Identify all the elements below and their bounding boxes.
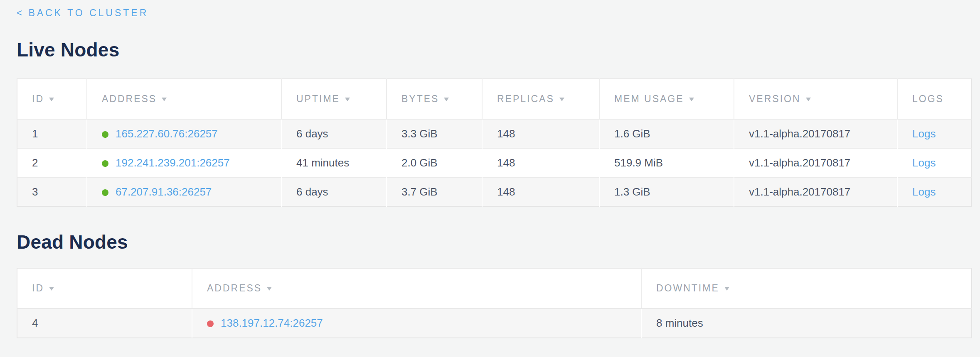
node-address-link[interactable]: 138.197.12.74:26257 xyxy=(221,317,323,329)
cell-uptime: 41 minutes xyxy=(281,148,387,177)
column-header-id[interactable]: ID xyxy=(17,268,192,308)
cell-node-id: 1 xyxy=(17,119,87,148)
live-status-dot-icon xyxy=(102,131,108,138)
node-address-link[interactable]: 165.227.60.76:26257 xyxy=(116,127,218,140)
column-header-id[interactable]: ID xyxy=(17,79,87,119)
live-status-dot-icon xyxy=(102,189,108,196)
sort-arrow-icon xyxy=(267,287,272,291)
column-header-label: LOGS xyxy=(912,93,944,104)
cell-bytes: 3.3 GiB xyxy=(387,119,482,148)
cell-node-id: 4 xyxy=(17,308,192,338)
cell-replicas: 148 xyxy=(482,177,599,206)
cell-logs: Logs xyxy=(897,119,971,148)
live-nodes-header-row: ID ADDRESS UPTIME BYTES REPLICAS MEM USA… xyxy=(17,79,971,119)
cell-node-address: 192.241.239.201:26257 xyxy=(87,148,281,177)
back-to-cluster-label: BACK TO CLUSTER xyxy=(28,7,148,18)
column-header-label: UPTIME xyxy=(296,93,340,104)
back-to-cluster-link[interactable]: <BACK TO CLUSTER xyxy=(17,7,148,19)
cell-logs: Logs xyxy=(897,177,971,206)
dead-status-dot-icon xyxy=(207,320,214,327)
table-row: 2 192.241.239.201:26257 41 minutes 2.0 G… xyxy=(17,148,971,177)
cell-node-address: 67.207.91.36:26257 xyxy=(87,177,281,206)
cell-mem-usage: 1.3 GiB xyxy=(599,177,734,206)
cell-bytes: 2.0 GiB xyxy=(387,148,482,177)
cell-version: v1.1-alpha.20170817 xyxy=(734,148,897,177)
column-header-label: BYTES xyxy=(401,93,439,104)
nodes-overview-page: <BACK TO CLUSTER Live Nodes ID ADDRESS U… xyxy=(0,0,980,338)
table-row: 1 165.227.60.76:26257 6 days 3.3 GiB 148… xyxy=(17,119,971,148)
column-header-logs: LOGS xyxy=(897,79,971,119)
sort-arrow-icon xyxy=(559,98,564,101)
column-header-label: ID xyxy=(32,283,44,293)
table-row: 3 67.207.91.36:26257 6 days 3.7 GiB 148 … xyxy=(17,177,971,206)
cell-version: v1.1-alpha.20170817 xyxy=(734,177,897,206)
column-header-label: REPLICAS xyxy=(497,93,554,104)
back-chevron-icon: < xyxy=(17,7,24,18)
column-header-downtime[interactable]: DOWNTIME xyxy=(641,268,972,308)
cell-replicas: 148 xyxy=(482,119,599,148)
cell-mem-usage: 1.6 GiB xyxy=(599,119,734,148)
cell-node-address: 165.227.60.76:26257 xyxy=(87,119,281,148)
column-header-replicas[interactable]: REPLICAS xyxy=(482,79,599,119)
column-header-label: ID xyxy=(32,93,44,104)
cell-node-address: 138.197.12.74:26257 xyxy=(192,308,641,338)
cell-downtime: 8 minutes xyxy=(641,308,972,338)
cell-mem-usage: 519.9 MiB xyxy=(599,148,734,177)
column-header-label: MEM USAGE xyxy=(614,93,684,104)
table-row: 4 138.197.12.74:26257 8 minutes xyxy=(17,308,972,338)
column-header-label: ADDRESS xyxy=(207,283,262,293)
cell-replicas: 148 xyxy=(482,148,599,177)
sort-arrow-icon xyxy=(49,98,54,101)
sort-arrow-icon xyxy=(345,98,350,101)
cell-bytes: 3.7 GiB xyxy=(387,177,482,206)
sort-arrow-icon xyxy=(49,287,54,291)
logs-link[interactable]: Logs xyxy=(912,186,936,198)
live-nodes-title: Live Nodes xyxy=(17,38,971,61)
column-header-bytes[interactable]: BYTES xyxy=(387,79,482,119)
sort-arrow-icon xyxy=(689,98,694,101)
logs-link[interactable]: Logs xyxy=(912,156,936,169)
sort-arrow-icon xyxy=(724,287,729,291)
cell-uptime: 6 days xyxy=(281,177,387,206)
column-header-uptime[interactable]: UPTIME xyxy=(281,79,387,119)
live-nodes-table: ID ADDRESS UPTIME BYTES REPLICAS MEM USA… xyxy=(17,78,972,207)
column-header-label: VERSION xyxy=(749,93,801,104)
live-status-dot-icon xyxy=(102,160,108,167)
dead-nodes-header-row: ID ADDRESS DOWNTIME xyxy=(17,268,972,308)
cell-version: v1.1-alpha.20170817 xyxy=(734,119,897,148)
dead-nodes-title: Dead Nodes xyxy=(17,230,971,254)
cell-logs: Logs xyxy=(897,148,971,177)
logs-link[interactable]: Logs xyxy=(912,127,936,140)
column-header-version[interactable]: VERSION xyxy=(734,79,897,119)
node-address-link[interactable]: 192.241.239.201:26257 xyxy=(116,156,230,169)
cell-node-id: 2 xyxy=(17,148,87,177)
column-header-label: ADDRESS xyxy=(102,93,157,104)
column-header-mem-usage[interactable]: MEM USAGE xyxy=(599,79,734,119)
dead-nodes-table: ID ADDRESS DOWNTIME 4 138.197.12.74:2625… xyxy=(17,268,972,338)
sort-arrow-icon xyxy=(806,98,811,101)
column-header-address[interactable]: ADDRESS xyxy=(87,79,281,119)
column-header-address[interactable]: ADDRESS xyxy=(192,268,641,308)
column-header-label: DOWNTIME xyxy=(656,283,719,293)
sort-arrow-icon xyxy=(444,98,449,101)
node-address-link[interactable]: 67.207.91.36:26257 xyxy=(116,186,212,198)
cell-uptime: 6 days xyxy=(281,119,387,148)
cell-node-id: 3 xyxy=(17,177,87,206)
sort-arrow-icon xyxy=(162,98,167,101)
